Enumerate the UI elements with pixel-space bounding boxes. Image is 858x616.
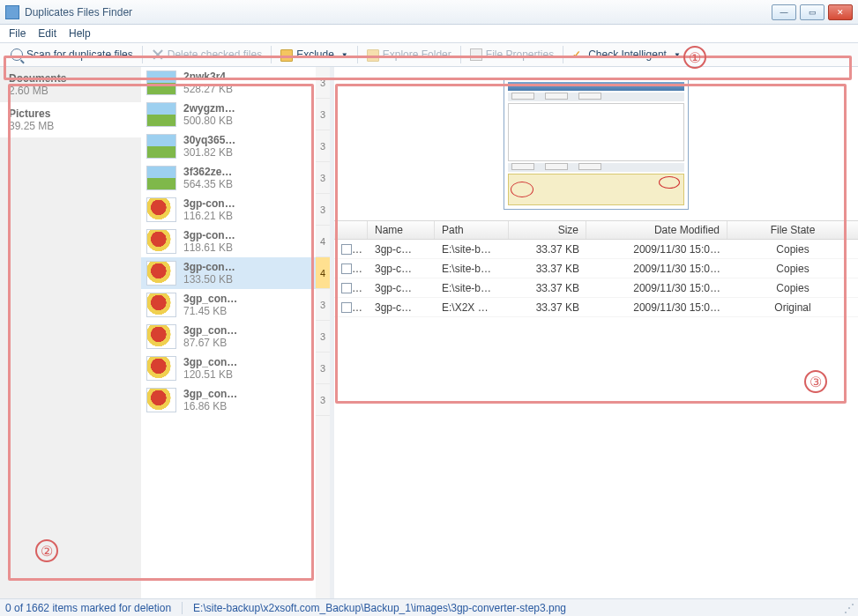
row-checkbox[interactable] <box>341 283 352 293</box>
cell-date: 2009/11/30 15:0… <box>586 282 727 294</box>
cell-path: E:\site-b… <box>435 282 509 294</box>
file-row[interactable]: 3gp-con… 133.50 KB <box>141 257 316 289</box>
cell-state: Copies <box>727 263 858 275</box>
file-size: 133.50 KB <box>183 273 235 286</box>
file-row[interactable]: 2nwk3r4… 528.27 KB <box>141 67 316 99</box>
file-size: 528.27 KB <box>183 83 236 95</box>
detail-pane: Name Path Size Date Modified File State … <box>334 67 858 598</box>
folder-open-icon <box>367 49 379 62</box>
sidebar-item-documents[interactable]: Documents 2.60 MB <box>0 67 141 102</box>
scan-button[interactable]: Scan for duplicate files <box>4 46 140 63</box>
exclude-label: Exclude <box>296 48 334 61</box>
cell-date: 2009/11/30 15:0… <box>586 243 727 256</box>
col-state[interactable]: File State <box>727 221 858 239</box>
file-name: 2wygzm… <box>183 102 235 115</box>
file-row[interactable]: 3f362ze… 564.35 KB <box>141 162 316 194</box>
cell-size: 33.37 KB <box>509 282 586 294</box>
properties-icon <box>470 48 482 61</box>
col-size[interactable]: Size <box>509 221 586 239</box>
file-size: 71.45 KB <box>183 305 237 317</box>
check-intelligent-button[interactable]: ✓Check Intelligent▼ <box>565 46 688 63</box>
duplicate-grid: Name Path Size Date Modified File State … <box>334 220 858 598</box>
duplicate-count-column: 33333443333 <box>316 67 330 598</box>
file-thumbnail-icon <box>146 388 176 412</box>
file-thumbnail-icon <box>146 166 176 190</box>
grid-header: Name Path Size Date Modified File State <box>334 220 858 240</box>
menu-file[interactable]: File <box>9 27 26 40</box>
file-row[interactable]: 3gp-con… 116.21 KB <box>141 194 316 226</box>
col-name[interactable]: Name <box>368 221 435 239</box>
search-icon <box>11 48 23 61</box>
col-path[interactable]: Path <box>435 221 509 239</box>
file-list: 2nwk3r4… 528.27 KB 2wygzm… 500.80 KB 30y… <box>141 67 316 598</box>
status-bar: 0 of 1662 items marked for deletion E:\s… <box>0 598 858 616</box>
exclude-button[interactable]: Exclude▼ <box>273 45 355 64</box>
file-size: 301.82 KB <box>183 146 235 159</box>
cell-state: Copies <box>727 282 858 294</box>
file-row[interactable]: 3gp_con… 87.67 KB <box>141 321 316 353</box>
main-area: Documents 2.60 MB Pictures 39.25 MB 2nwk… <box>0 67 858 598</box>
status-marked: 0 of 1662 items marked for deletion <box>5 602 171 614</box>
file-row[interactable]: 2wygzm… 500.80 KB <box>141 99 316 130</box>
delete-checked-button[interactable]: Delete checked files <box>145 46 269 63</box>
sidebar-item-label: Documents <box>9 72 132 85</box>
cell-state: Copies <box>727 243 858 256</box>
file-name: 3gp_con… <box>183 356 237 368</box>
cell-date: 2009/11/30 15:0… <box>586 301 727 314</box>
row-checkbox[interactable] <box>341 244 352 255</box>
cell-path: E:\X2X … <box>435 301 509 314</box>
preview-area <box>334 67 858 220</box>
chevron-down-icon: ▼ <box>674 51 681 59</box>
duplicate-count: 3 <box>316 99 330 130</box>
file-name: 3gp_con… <box>183 293 237 305</box>
duplicate-count: 3 <box>316 130 330 162</box>
file-name: 3gp_con… <box>183 388 237 400</box>
grid-row[interactable]: 3gp-c… E:\site-b… 33.37 KB 2009/11/30 15… <box>334 259 858 278</box>
file-thumbnail-icon <box>146 356 176 381</box>
preview-thumbnail <box>504 78 689 210</box>
file-row[interactable]: 3gp-con… 118.61 KB <box>141 226 316 257</box>
file-thumbnail-icon <box>146 197 176 222</box>
duplicate-count: 3 <box>316 162 330 194</box>
file-name: 3gp-con… <box>183 261 235 273</box>
file-size: 118.61 KB <box>183 241 235 254</box>
cell-name: 3gp-c… <box>368 243 435 256</box>
cell-size: 33.37 KB <box>509 301 586 314</box>
file-thumbnail-icon <box>146 229 176 254</box>
file-row[interactable]: 3gp_con… 71.45 KB <box>141 289 316 321</box>
properties-label: File Properties <box>486 48 554 61</box>
sidebar-item-size: 2.60 MB <box>9 85 132 97</box>
resize-grip[interactable]: ⋰ <box>844 602 853 614</box>
grid-row[interactable]: 3gp-c… E:\site-b… 33.37 KB 2009/11/30 15… <box>334 278 858 298</box>
row-checkbox[interactable] <box>341 302 352 313</box>
file-row[interactable]: 3gp_con… 16.86 KB <box>141 384 316 416</box>
file-properties-button[interactable]: File Properties <box>463 46 561 63</box>
menu-help[interactable]: Help <box>69 27 91 40</box>
explore-folder-button[interactable]: Explore Folder <box>360 45 459 64</box>
menu-edit[interactable]: Edit <box>38 27 56 40</box>
cell-name: 3gp-c… <box>368 301 435 314</box>
file-thumbnail-icon <box>146 293 176 317</box>
row-checkbox[interactable] <box>341 263 352 274</box>
minimize-button[interactable]: — <box>772 4 796 20</box>
duplicate-count: 4 <box>316 257 330 289</box>
file-size: 16.86 KB <box>183 400 237 412</box>
duplicate-count: 3 <box>316 289 330 321</box>
sidebar-item-pictures[interactable]: Pictures 39.25 MB <box>0 102 141 137</box>
status-path: E:\site-backup\x2xsoft.com_Backup\Backup… <box>193 602 566 614</box>
cell-date: 2009/11/30 15:0… <box>586 263 727 275</box>
file-thumbnail-icon <box>146 71 176 95</box>
close-button[interactable]: ✕ <box>828 4 853 20</box>
duplicate-count: 3 <box>316 194 330 226</box>
file-size: 120.51 KB <box>183 368 237 381</box>
maximize-button[interactable]: ▭ <box>800 4 824 20</box>
duplicate-count: 3 <box>316 353 330 384</box>
file-row[interactable]: 30yq365… 301.82 KB <box>141 130 316 162</box>
file-size: 116.21 KB <box>183 210 235 222</box>
cell-path: E:\site-b… <box>435 243 509 256</box>
col-date[interactable]: Date Modified <box>586 221 727 239</box>
grid-row[interactable]: 3gp-c… E:\site-b… 33.37 KB 2009/11/30 15… <box>334 240 858 259</box>
grid-row[interactable]: 3gp-c… E:\X2X … 33.37 KB 2009/11/30 15:0… <box>334 298 858 317</box>
file-row[interactable]: 3gp_con… 120.51 KB <box>141 353 316 384</box>
file-thumbnail-icon <box>146 324 176 349</box>
